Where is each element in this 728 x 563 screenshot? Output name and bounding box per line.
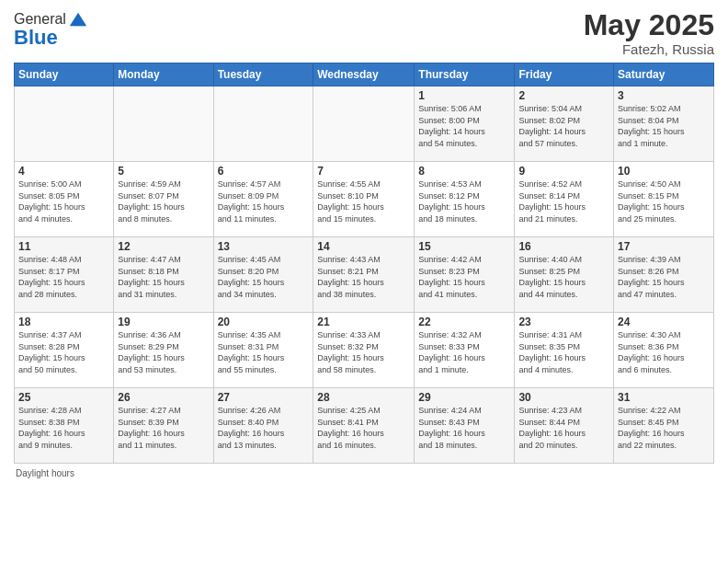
calendar-cell: 14Sunrise: 4:43 AM Sunset: 8:21 PM Dayli…: [313, 237, 415, 313]
day-number: 30: [518, 391, 609, 404]
calendar-cell: 8Sunrise: 4:53 AM Sunset: 8:12 PM Daylig…: [415, 162, 515, 237]
day-info: Sunrise: 4:27 AM Sunset: 8:39 PM Dayligh…: [118, 405, 209, 451]
day-info: Sunrise: 4:45 AM Sunset: 8:20 PM Dayligh…: [218, 254, 310, 300]
page: General Blue May 2025 Fatezh, Russia Sun…: [0, 0, 728, 563]
day-info: Sunrise: 4:22 AM Sunset: 8:45 PM Dayligh…: [618, 405, 710, 451]
day-info: Sunrise: 4:30 AM Sunset: 8:36 PM Dayligh…: [618, 329, 710, 375]
day-number: 29: [418, 391, 510, 404]
day-number: 19: [118, 316, 209, 328]
day-info: Sunrise: 4:32 AM Sunset: 8:33 PM Dayligh…: [418, 329, 510, 375]
day-number: 4: [18, 165, 109, 178]
day-info: Sunrise: 4:50 AM Sunset: 8:15 PM Dayligh…: [618, 178, 710, 224]
day-info: Sunrise: 5:02 AM Sunset: 8:04 PM Dayligh…: [618, 103, 710, 149]
calendar-header-row: SundayMondayTuesdayWednesdayThursdayFrid…: [15, 63, 714, 86]
day-info: Sunrise: 4:23 AM Sunset: 8:44 PM Dayligh…: [518, 405, 609, 451]
calendar-table: SundayMondayTuesdayWednesdayThursdayFrid…: [14, 63, 714, 464]
calendar-cell: 9Sunrise: 4:52 AM Sunset: 8:14 PM Daylig…: [515, 162, 614, 237]
day-info: Sunrise: 4:52 AM Sunset: 8:14 PM Dayligh…: [518, 178, 609, 224]
header: General Blue May 2025 Fatezh, Russia: [14, 9, 714, 57]
day-info: Sunrise: 4:43 AM Sunset: 8:21 PM Dayligh…: [317, 254, 410, 300]
calendar-cell: 17Sunrise: 4:39 AM Sunset: 8:26 PM Dayli…: [614, 237, 714, 313]
day-info: Sunrise: 4:25 AM Sunset: 8:41 PM Dayligh…: [317, 405, 410, 451]
calendar-cell: 6Sunrise: 4:57 AM Sunset: 8:09 PM Daylig…: [213, 162, 313, 237]
calendar-cell: 2Sunrise: 5:04 AM Sunset: 8:02 PM Daylig…: [515, 86, 614, 162]
day-info: Sunrise: 4:59 AM Sunset: 8:07 PM Dayligh…: [118, 178, 209, 224]
day-info: Sunrise: 4:48 AM Sunset: 8:17 PM Dayligh…: [18, 254, 109, 300]
calendar-cell: 15Sunrise: 4:42 AM Sunset: 8:23 PM Dayli…: [415, 237, 515, 313]
title-block: May 2025 Fatezh, Russia: [584, 9, 714, 57]
day-info: Sunrise: 4:36 AM Sunset: 8:29 PM Dayligh…: [118, 329, 209, 375]
day-info: Sunrise: 4:24 AM Sunset: 8:43 PM Dayligh…: [418, 405, 510, 451]
day-number: 16: [518, 240, 609, 253]
day-number: 3: [618, 89, 710, 102]
header-day-tuesday: Tuesday: [213, 63, 313, 86]
day-info: Sunrise: 4:33 AM Sunset: 8:32 PM Dayligh…: [317, 329, 410, 375]
calendar-cell: 21Sunrise: 4:33 AM Sunset: 8:32 PM Dayli…: [313, 313, 415, 388]
day-number: 9: [518, 165, 609, 178]
day-info: Sunrise: 4:53 AM Sunset: 8:12 PM Dayligh…: [418, 178, 510, 224]
day-number: 25: [18, 391, 109, 404]
day-number: 8: [418, 165, 510, 178]
logo: General Blue: [14, 9, 88, 50]
week-row-2: 4Sunrise: 5:00 AM Sunset: 8:05 PM Daylig…: [15, 162, 714, 237]
footer-note: Daylight hours: [14, 468, 714, 478]
day-number: 31: [618, 391, 710, 404]
day-number: 10: [618, 165, 710, 178]
calendar-cell: 28Sunrise: 4:25 AM Sunset: 8:41 PM Dayli…: [313, 388, 415, 464]
calendar-cell: 30Sunrise: 4:23 AM Sunset: 8:44 PM Dayli…: [515, 388, 614, 464]
day-number: 1: [418, 89, 510, 102]
day-number: 22: [418, 316, 510, 328]
day-number: 28: [317, 391, 410, 404]
day-info: Sunrise: 4:26 AM Sunset: 8:40 PM Dayligh…: [218, 405, 310, 451]
day-number: 15: [418, 240, 510, 253]
calendar-cell: 22Sunrise: 4:32 AM Sunset: 8:33 PM Dayli…: [415, 313, 515, 388]
calendar-cell: [313, 86, 415, 162]
header-day-wednesday: Wednesday: [313, 63, 415, 86]
day-number: 18: [18, 316, 109, 328]
calendar-cell: 24Sunrise: 4:30 AM Sunset: 8:36 PM Dayli…: [614, 313, 714, 388]
calendar-cell: [15, 86, 114, 162]
week-row-3: 11Sunrise: 4:48 AM Sunset: 8:17 PM Dayli…: [15, 237, 714, 313]
day-number: 5: [118, 165, 209, 178]
calendar-cell: 4Sunrise: 5:00 AM Sunset: 8:05 PM Daylig…: [15, 162, 114, 237]
week-row-1: 1Sunrise: 5:06 AM Sunset: 8:00 PM Daylig…: [15, 86, 714, 162]
day-number: 17: [618, 240, 710, 253]
calendar-cell: 27Sunrise: 4:26 AM Sunset: 8:40 PM Dayli…: [213, 388, 313, 464]
header-day-thursday: Thursday: [415, 63, 515, 86]
calendar-cell: 7Sunrise: 4:55 AM Sunset: 8:10 PM Daylig…: [313, 162, 415, 237]
calendar-cell: 3Sunrise: 5:02 AM Sunset: 8:04 PM Daylig…: [614, 86, 714, 162]
calendar-cell: 16Sunrise: 4:40 AM Sunset: 8:25 PM Dayli…: [515, 237, 614, 313]
header-day-friday: Friday: [515, 63, 614, 86]
title-location: Fatezh, Russia: [584, 41, 714, 57]
day-number: 12: [118, 240, 209, 253]
calendar-cell: 29Sunrise: 4:24 AM Sunset: 8:43 PM Dayli…: [415, 388, 515, 464]
calendar-cell: [213, 86, 313, 162]
calendar-cell: 5Sunrise: 4:59 AM Sunset: 8:07 PM Daylig…: [114, 162, 213, 237]
day-info: Sunrise: 4:40 AM Sunset: 8:25 PM Dayligh…: [518, 254, 609, 300]
calendar-cell: 25Sunrise: 4:28 AM Sunset: 8:38 PM Dayli…: [15, 388, 114, 464]
day-info: Sunrise: 5:04 AM Sunset: 8:02 PM Dayligh…: [518, 103, 609, 149]
day-info: Sunrise: 5:06 AM Sunset: 8:00 PM Dayligh…: [418, 103, 510, 149]
day-info: Sunrise: 5:00 AM Sunset: 8:05 PM Dayligh…: [18, 178, 109, 224]
header-day-saturday: Saturday: [614, 63, 714, 86]
day-number: 13: [218, 240, 310, 253]
day-info: Sunrise: 4:28 AM Sunset: 8:38 PM Dayligh…: [18, 405, 109, 451]
calendar-cell: 19Sunrise: 4:36 AM Sunset: 8:29 PM Dayli…: [114, 313, 213, 388]
logo-icon: [68, 9, 88, 29]
calendar-cell: 18Sunrise: 4:37 AM Sunset: 8:28 PM Dayli…: [15, 313, 114, 388]
day-info: Sunrise: 4:37 AM Sunset: 8:28 PM Dayligh…: [18, 329, 109, 375]
calendar-cell: 26Sunrise: 4:27 AM Sunset: 8:39 PM Dayli…: [114, 388, 213, 464]
day-number: 24: [618, 316, 710, 328]
day-number: 7: [317, 165, 410, 178]
day-number: 27: [218, 391, 310, 404]
day-info: Sunrise: 4:42 AM Sunset: 8:23 PM Dayligh…: [418, 254, 510, 300]
daylight-label: Daylight hours: [16, 468, 74, 478]
day-number: 2: [518, 89, 609, 102]
day-number: 6: [218, 165, 310, 178]
calendar-cell: 23Sunrise: 4:31 AM Sunset: 8:35 PM Dayli…: [515, 313, 614, 388]
calendar-cell: 12Sunrise: 4:47 AM Sunset: 8:18 PM Dayli…: [114, 237, 213, 313]
day-info: Sunrise: 4:47 AM Sunset: 8:18 PM Dayligh…: [118, 254, 209, 300]
calendar-cell: 31Sunrise: 4:22 AM Sunset: 8:45 PM Dayli…: [614, 388, 714, 464]
calendar-cell: 10Sunrise: 4:50 AM Sunset: 8:15 PM Dayli…: [614, 162, 714, 237]
day-number: 26: [118, 391, 209, 404]
